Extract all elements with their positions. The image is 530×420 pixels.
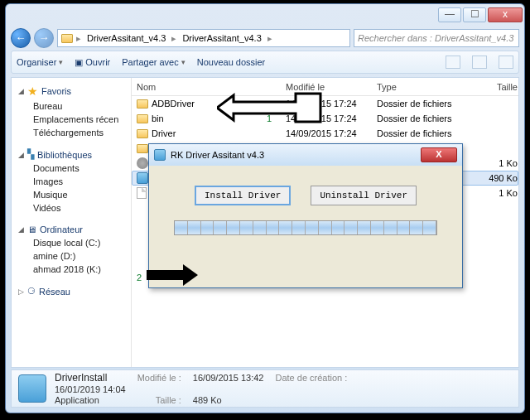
- view-icon[interactable]: [446, 56, 460, 69]
- toolbar: Organiser▾ ▣Ouvrir Partager avec▾ Nouvea…: [11, 51, 519, 74]
- sidebar-item-desktop[interactable]: Bureau: [15, 99, 128, 113]
- col-size[interactable]: Taille: [476, 82, 518, 92]
- column-headers[interactable]: Nom Modifié le Type Taille: [132, 78, 518, 96]
- col-name[interactable]: Nom: [137, 82, 286, 92]
- search-placeholder: Rechercher dans : DriverAssitant_v4.3: [358, 33, 513, 43]
- col-type[interactable]: Type: [377, 82, 476, 92]
- new-folder-button[interactable]: Nouveau dossier: [197, 57, 266, 67]
- footer-created: 16/01/2019 14:04: [55, 384, 126, 394]
- address-bar: ← → ▸ DriverAssitant_v4.3 ▸ DriverAssita…: [11, 26, 519, 51]
- details-pane: DriverInstall Modifié le : 16/09/2015 13…: [11, 369, 519, 408]
- app-icon: [154, 149, 166, 161]
- back-button[interactable]: ←: [11, 28, 31, 48]
- maximize-button[interactable]: ☐: [463, 7, 486, 22]
- organize-menu[interactable]: Organiser▾: [17, 57, 63, 67]
- sidebar: ◢★Favoris Bureau Emplacements récen Télé…: [12, 78, 132, 367]
- explorer-window: — ☐ x ← → ▸ DriverAssitant_v4.3 ▸ Driver…: [5, 3, 525, 413]
- breadcrumb[interactable]: ▸ DriverAssitant_v4.3 ▸ DriverAssitant_v…: [57, 29, 350, 47]
- footer-modified-label: Modifié le :: [137, 373, 181, 383]
- sidebar-computer[interactable]: ◢🖥Ordinateur: [15, 223, 128, 236]
- help-icon[interactable]: [499, 56, 513, 69]
- close-button[interactable]: x: [488, 7, 523, 22]
- footer-type: Application: [55, 395, 126, 405]
- sidebar-item-drive-c[interactable]: Disque local (C:): [15, 236, 128, 249]
- forward-button[interactable]: →: [34, 28, 54, 48]
- sidebar-item-drive-k[interactable]: ahmad 2018 (K:): [15, 263, 128, 276]
- minimize-button[interactable]: —: [438, 7, 461, 22]
- dialog-title: RK Driver Assitant v4.3: [171, 150, 264, 160]
- sidebar-network[interactable]: ▷⚆Réseau: [15, 284, 128, 298]
- share-menu[interactable]: Partager avec▾: [122, 57, 185, 67]
- col-modified[interactable]: Modifié le: [286, 82, 377, 92]
- table-row[interactable]: Driver14/09/2015 17:24Dossier de fichier…: [132, 126, 518, 141]
- uninstall-driver-button[interactable]: Uninstall Driver: [311, 186, 417, 205]
- file-type-icon: [18, 374, 46, 403]
- breadcrumb-item[interactable]: DriverAssitant_v4.3: [84, 33, 168, 43]
- footer-filename: DriverInstall: [55, 372, 126, 384]
- footer-size-label: Taille :: [137, 395, 181, 405]
- sidebar-item-documents[interactable]: Documents: [15, 162, 128, 175]
- breadcrumb-item[interactable]: DriverAssitant_v4.3: [180, 33, 263, 43]
- table-row[interactable]: bin14/09/2015 17:24Dossier de fichiers: [132, 111, 518, 126]
- dialog-close-button[interactable]: X: [421, 147, 457, 162]
- sidebar-item-videos[interactable]: Vidéos: [15, 201, 128, 215]
- open-button[interactable]: ▣Ouvrir: [75, 57, 110, 68]
- search-input[interactable]: Rechercher dans : DriverAssitant_v4.3: [354, 29, 519, 47]
- sidebar-item-images[interactable]: Images: [15, 175, 128, 188]
- dialog-titlebar[interactable]: RK Driver Assitant v4.3 X: [149, 144, 462, 166]
- sidebar-item-music[interactable]: Musique: [15, 188, 128, 201]
- footer-created-label: Date de création :: [275, 373, 347, 383]
- sidebar-item-drive-d[interactable]: amine (D:): [15, 249, 128, 263]
- progress-bar: [174, 220, 437, 235]
- titlebar: — ☐ x: [6, 4, 524, 26]
- sidebar-favorites[interactable]: ◢★Favoris: [15, 83, 128, 99]
- install-driver-button[interactable]: Install Driver: [195, 186, 291, 205]
- footer-size: 489 Ko: [193, 395, 264, 405]
- table-row[interactable]: ADBDriver14/09/2015 17:24Dossier de fich…: [132, 96, 518, 111]
- sidebar-item-downloads[interactable]: Téléchargements: [15, 126, 128, 139]
- sidebar-libraries[interactable]: ◢▚Bibliothèques: [15, 147, 128, 162]
- footer-modified: 16/09/2015 13:42: [193, 373, 264, 383]
- sidebar-item-recent[interactable]: Emplacements récen: [15, 113, 128, 126]
- folder-icon: [61, 34, 73, 43]
- preview-pane-icon[interactable]: [472, 56, 487, 69]
- rk-driver-dialog: RK Driver Assitant v4.3 X Install Driver…: [148, 143, 463, 288]
